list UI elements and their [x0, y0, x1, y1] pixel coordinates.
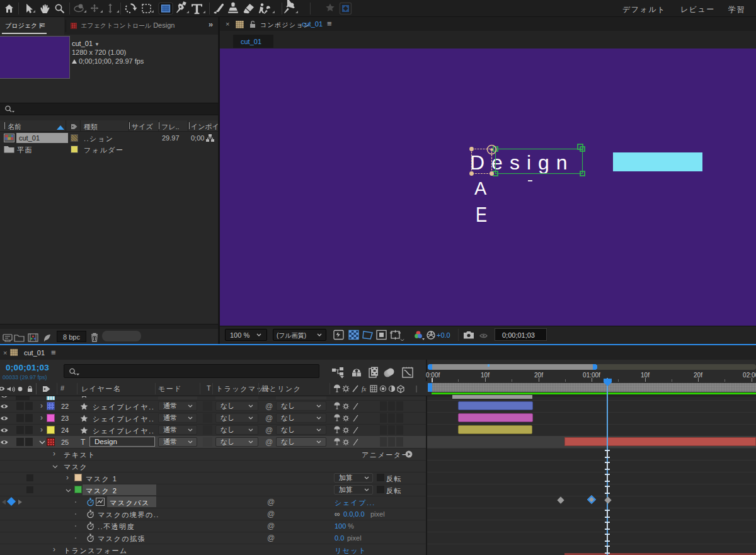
svg-text:fx: fx	[362, 386, 367, 392]
